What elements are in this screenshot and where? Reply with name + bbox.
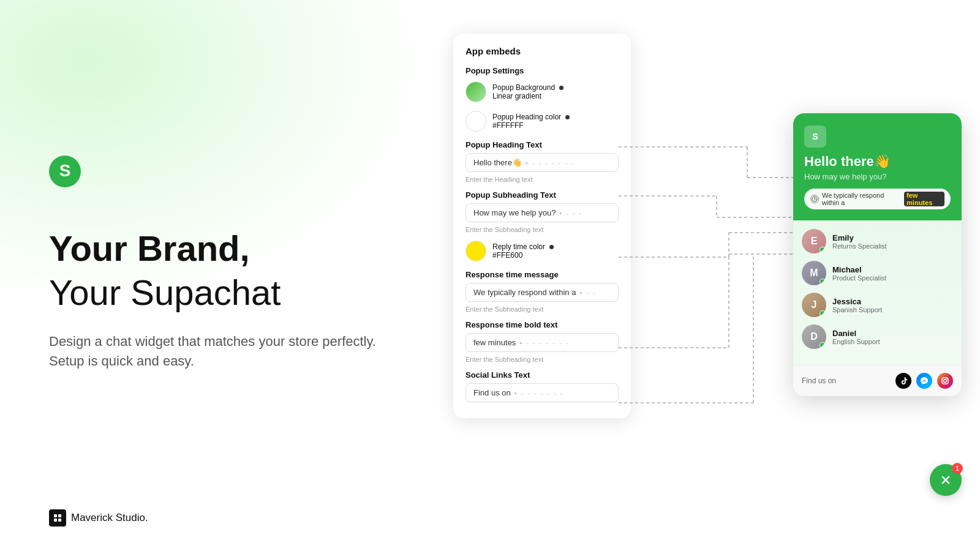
- heading-text-hint: Enter the Heading text: [466, 176, 619, 183]
- avatar-emily: E: [802, 229, 826, 253]
- headline-light: Your Supachat: [49, 273, 429, 312]
- agent-info-jessica: Jessica Spanish Support: [832, 297, 882, 313]
- chat-preview-widget: S Hello there👋 How may we help you? We t…: [793, 113, 962, 396]
- subtitle-text: Design a chat widget that matches your s…: [49, 332, 380, 371]
- social-links-section: Social Links Text Find us on • - - - - -…: [466, 370, 619, 402]
- agent-name-michael: Michael: [832, 265, 886, 274]
- reply-color-label: Reply time color: [492, 242, 554, 251]
- fab-close-button[interactable]: 1: [930, 464, 962, 496]
- popup-bg-label: Popup Background: [492, 83, 564, 92]
- status-dot-jessica: [820, 310, 826, 317]
- input-dots: • - - - - - - -: [526, 159, 575, 167]
- agent-role-emily: Returns Specialist: [832, 242, 887, 250]
- response-msg-input-row[interactable]: We typically respond within a • - -: [466, 283, 619, 302]
- social-links-label: Social Links Text: [466, 370, 619, 380]
- agent-info-emily: Emily Returns Specialist: [832, 233, 887, 250]
- agent-item-daniel[interactable]: D Daniel English Support: [802, 324, 953, 349]
- popup-bg-value: Linear gradient: [492, 92, 564, 100]
- brand-logo: S: [49, 156, 429, 209]
- agent-name-daniel: Daniel: [832, 329, 880, 338]
- chat-body: E Emily Returns Specialist M Michael Pro…: [793, 220, 962, 365]
- chat-logo: S: [804, 126, 826, 148]
- subheading-text-input[interactable]: How may we help you? • - - -: [466, 203, 619, 222]
- agent-info-daniel: Daniel English Support: [832, 329, 880, 345]
- avatar-michael: M: [802, 261, 826, 285]
- svg-point-12: [946, 379, 948, 380]
- popup-heading-color-value: #FFFFFF: [492, 121, 570, 130]
- popup-heading-color-row: Popup Heading color #FFFFFF: [466, 111, 619, 132]
- response-bold-section: Response time bold text few minutes • - …: [466, 320, 619, 363]
- heading-text-label: Popup Heading Text: [466, 140, 619, 149]
- response-msg-input[interactable]: We typically respond within a • - -: [466, 283, 619, 302]
- social-links-input[interactable]: Find us on • - - - - - - -: [466, 383, 619, 402]
- agent-role-daniel: English Support: [832, 338, 880, 345]
- status-dot: [820, 247, 826, 253]
- heading-text-input-row[interactable]: Hello there👋 • - - - - - - -: [466, 153, 619, 172]
- heading-text-section: Popup Heading Text Hello there👋 • - - - …: [466, 140, 619, 183]
- agent-role-jessica: Spanish Support: [832, 306, 882, 313]
- agent-item-michael[interactable]: M Michael Product Specialist: [802, 261, 953, 285]
- headline-bold: Your Brand,: [49, 229, 429, 268]
- response-msg-label: Response time message: [466, 270, 619, 279]
- maverick-icon: [49, 509, 66, 527]
- main-headline: Your Brand, Your Supachat: [49, 229, 429, 317]
- popup-bg-color-swatch[interactable]: [466, 81, 486, 102]
- reply-color-swatch[interactable]: [466, 241, 486, 261]
- chat-subgreeting: How may we help you?: [804, 172, 951, 181]
- clock-icon: [810, 195, 819, 203]
- input-dots-5: • - - - - - - -: [514, 389, 564, 397]
- agent-info-michael: Michael Product Specialist: [832, 265, 886, 282]
- agent-item-emily[interactable]: E Emily Returns Specialist: [802, 229, 953, 253]
- tiktok-icon[interactable]: [895, 373, 911, 389]
- popup-bg-row: Popup Background Linear gradient: [466, 81, 619, 102]
- response-msg-hint: Enter the Subheading text: [466, 305, 619, 313]
- response-bold-label: Response time bold text: [466, 320, 619, 329]
- messenger-icon[interactable]: [916, 373, 932, 389]
- instagram-icon[interactable]: [937, 373, 953, 389]
- subheading-text-input-row[interactable]: How may we help you? • - - -: [466, 203, 619, 222]
- response-bold-input[interactable]: few minutes • - - - - - - -: [466, 333, 619, 352]
- popup-heading-color-label: Popup Heading color: [492, 113, 570, 121]
- bottom-logo: Maverick Studio.: [49, 509, 148, 527]
- agent-name-jessica: Jessica: [832, 297, 882, 306]
- avatar-jessica: J: [802, 293, 826, 317]
- svg-rect-3: [58, 514, 61, 517]
- response-bold-hint: Enter the Subheading text: [466, 356, 619, 363]
- svg-text:S: S: [59, 161, 71, 180]
- social-links-input-row[interactable]: Find us on • - - - - - - -: [466, 383, 619, 402]
- svg-rect-5: [58, 519, 61, 522]
- dot-indicator-3: [549, 245, 554, 249]
- social-icons-group: [895, 373, 953, 389]
- status-dot-michael: [820, 279, 826, 285]
- agent-role-michael: Product Specialist: [832, 274, 886, 282]
- input-dots-4: • - - - - - - -: [519, 339, 569, 347]
- response-bold-input-row[interactable]: few minutes • - - - - - - -: [466, 333, 619, 352]
- popup-settings-section: Popup Settings: [466, 66, 619, 75]
- response-bold-text: few minutes: [904, 192, 944, 206]
- reply-color-row: Reply time color #FFE600: [466, 241, 619, 261]
- popup-heading-color-swatch[interactable]: [466, 111, 486, 132]
- agent-name-emily: Emily: [832, 233, 887, 242]
- settings-panel: App embeds Popup Settings Popup Backgrou…: [453, 34, 631, 418]
- left-panel: S Your Brand, Your Supachat Design a cha…: [49, 0, 429, 551]
- input-dots-2: • - - -: [559, 209, 582, 217]
- agent-item-jessica[interactable]: J Jessica Spanish Support: [802, 293, 953, 317]
- fab-badge: 1: [952, 463, 963, 474]
- subheading-text-label: Popup Subheading Text: [466, 190, 619, 200]
- response-msg-section: Response time message We typically respo…: [466, 270, 619, 313]
- response-text: We typically respond within a: [822, 192, 901, 206]
- subheading-text-hint: Enter the Subheading text: [466, 226, 619, 233]
- reply-color-value: #FFE600: [492, 251, 554, 260]
- panel-title: App embeds: [466, 46, 619, 56]
- svg-rect-4: [54, 519, 57, 522]
- svg-text:S: S: [812, 131, 818, 141]
- avatar-daniel: D: [802, 324, 826, 349]
- chat-greeting: Hello there👋: [804, 154, 951, 170]
- svg-point-11: [944, 380, 947, 383]
- chat-header: S Hello there👋 How may we help you? We t…: [793, 113, 962, 220]
- status-dot-daniel: [820, 342, 826, 348]
- chat-footer: Find us on: [793, 365, 962, 396]
- heading-text-input[interactable]: Hello there👋 • - - - - - - -: [466, 153, 619, 172]
- response-time-badge: We typically respond within a few minute…: [804, 189, 951, 209]
- right-area: App embeds Popup Settings Popup Backgrou…: [447, 0, 980, 551]
